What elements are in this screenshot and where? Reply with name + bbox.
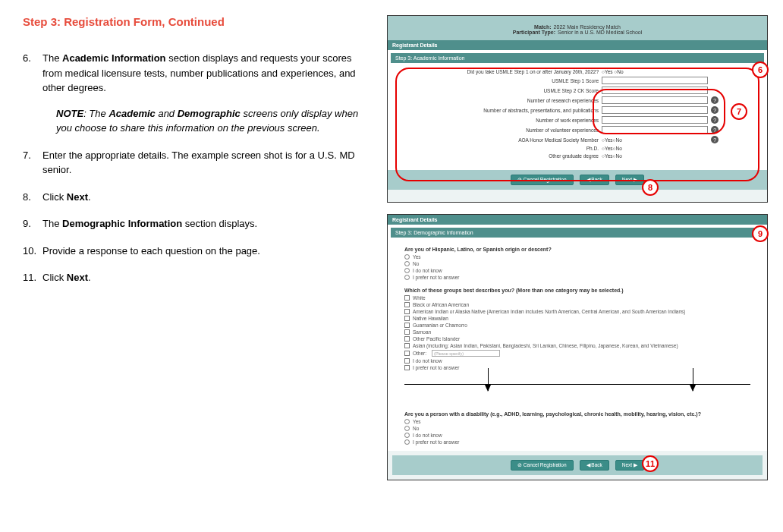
radio-option[interactable]: Yes — [404, 419, 750, 424]
q-disability: Are you a person with a disability (e.g.… — [404, 411, 750, 417]
row-research: Number of research experiences ? — [398, 96, 719, 104]
step-band: Step 3: Academic Information — [391, 53, 764, 63]
step-number: 8. — [23, 190, 42, 205]
help-icon[interactable]: ? — [711, 116, 719, 124]
screenshot-academic: Match:2022 Main Residency Match Particip… — [387, 15, 768, 203]
registrant-details-bar: Registrant Details — [388, 215, 767, 225]
next-button[interactable]: Next ▶ — [615, 460, 644, 471]
academic-form: Did you take USMLE Step 1 on or after Ja… — [391, 63, 764, 167]
check-option[interactable]: Native Hawaiian — [404, 316, 750, 321]
step-body: Click Next. — [42, 190, 368, 205]
continuation-break — [404, 384, 750, 407]
step-band: Step 3: Demographic Information — [391, 228, 764, 238]
check-option[interactable]: Other Pacific Islander — [404, 336, 750, 342]
count-input[interactable] — [602, 96, 708, 104]
q-groups: Which of these groups best describes you… — [404, 288, 750, 293]
help-icon[interactable]: ? — [711, 106, 719, 114]
check-option[interactable]: Samoan — [404, 329, 750, 335]
demographic-form: Are you of Hispanic, Latino, or Spanish … — [391, 238, 764, 451]
radio-option[interactable]: I do not know — [404, 268, 750, 273]
step-number: 9. — [23, 216, 42, 231]
screenshots-column: Match:2022 Main Residency Match Particip… — [387, 15, 768, 480]
check-option[interactable]: Asian (including: Asian Indian, Pakistan… — [404, 343, 750, 348]
q-hispanic: Are you of Hispanic, Latino, or Spanish … — [404, 247, 750, 252]
check-option[interactable]: I do not know — [404, 358, 750, 364]
count-input[interactable] — [602, 106, 708, 114]
radio-option[interactable]: No — [404, 426, 750, 431]
instructions-column: Step 3: Registration Form, Continued 6. … — [23, 15, 368, 480]
row-abstracts: Number of abstracts, presentations, and … — [398, 106, 719, 114]
row-step1-date: Did you take USMLE Step 1 on or after Ja… — [398, 69, 719, 74]
form-whitearea: Step 3: Demographic Information Are you … — [388, 225, 767, 451]
cancel-button[interactable]: ⊘ Cancel Registration — [511, 460, 574, 471]
button-bar: ⊘ Cancel Registration ◀ Back Next ▶ — [388, 170, 767, 190]
step-number: 7. — [23, 148, 42, 178]
radio-option[interactable]: Yes — [404, 254, 750, 260]
step-number: 6. — [23, 51, 42, 136]
step-body: Enter the appropriate details. The examp… — [42, 148, 368, 178]
check-option[interactable]: White — [404, 295, 750, 301]
header-match: Match:2022 Main Residency Match Particip… — [392, 18, 763, 38]
registrant-details-bar: Registrant Details — [388, 40, 767, 50]
step-number: 10. — [23, 244, 42, 259]
yesno-radio[interactable]: ○Yes○No — [602, 137, 708, 143]
back-button[interactable]: ◀ Back — [580, 175, 609, 185]
down-arrow-icon — [693, 368, 693, 391]
step-8: 8. Click Next. — [23, 190, 368, 205]
count-input[interactable] — [602, 126, 708, 134]
yesno-radio[interactable]: ○Yes ○No — [602, 69, 708, 74]
check-option-other[interactable]: Other:(Please specify) — [404, 350, 750, 357]
radio-option[interactable]: I prefer not to answer — [404, 275, 750, 280]
score-input[interactable] — [602, 87, 708, 94]
cancel-button[interactable]: ⊘ Cancel Registration — [511, 175, 574, 185]
radio-option[interactable]: I do not know — [404, 433, 750, 438]
step-body: The Demographic Information section disp… — [42, 216, 368, 231]
down-arrow-icon — [488, 368, 489, 391]
yesno-radio[interactable]: ○Yes○No — [602, 153, 708, 159]
row-phd: Ph.D. ○Yes○No — [398, 146, 719, 151]
row-step2-score: USMLE Step 2 CK Score — [398, 87, 719, 94]
screenshot-demographic: Registrant Details Step 3: Demographic I… — [387, 214, 768, 480]
back-button[interactable]: ◀ Back — [580, 460, 609, 471]
row-aoa: AOA Honor Medical Society Member ○Yes○No… — [398, 136, 719, 143]
help-icon[interactable]: ? — [711, 136, 719, 143]
help-icon[interactable]: ? — [711, 126, 719, 134]
button-bar: ⊘ Cancel Registration ◀ Back Next ▶ — [392, 455, 763, 475]
row-volunteer: Number of volunteer experiences ? — [398, 126, 719, 134]
next-button[interactable]: Next ▶ — [615, 175, 644, 185]
check-option[interactable]: I prefer not to answer — [404, 365, 750, 370]
page: Step 3: Registration Form, Continued 6. … — [23, 15, 760, 480]
step-list: 6. The Academic Information section disp… — [23, 51, 368, 285]
step-body: Provide a response to each question on t… — [42, 244, 368, 259]
step-9: 9. The Demographic Information section d… — [23, 216, 368, 231]
row-step1-score: USMLE Step 1 Score — [398, 77, 719, 84]
step-body: The Academic Information section display… — [42, 51, 368, 136]
help-icon[interactable]: ? — [711, 96, 719, 104]
radio-option[interactable]: I prefer not to answer — [404, 439, 750, 445]
step-body: Click Next. — [42, 270, 368, 285]
form-whitearea: Step 3: Academic Information Did you tak… — [388, 50, 767, 170]
step-heading: Step 3: Registration Form, Continued — [23, 15, 368, 28]
step-note: NOTE: The Academic and Demographic scree… — [56, 106, 368, 136]
yesno-radio[interactable]: ○Yes○No — [602, 146, 708, 151]
step-11: 11. Click Next. — [23, 270, 368, 285]
check-option[interactable]: Black or African American — [404, 302, 750, 307]
other-input[interactable]: (Please specify) — [432, 350, 500, 357]
row-work: Number of work experiences ? — [398, 116, 719, 124]
check-option[interactable]: Guamanian or Chamorro — [404, 323, 750, 328]
step-number: 11. — [23, 270, 42, 285]
step-10: 10. Provide a response to each question … — [23, 244, 368, 259]
step-6: 6. The Academic Information section disp… — [23, 51, 368, 136]
check-option[interactable]: American Indian or Alaska Native (Americ… — [404, 309, 750, 314]
count-input[interactable] — [602, 116, 708, 124]
radio-option[interactable]: No — [404, 261, 750, 266]
header-bar: Match:2022 Main Residency Match Particip… — [388, 16, 767, 40]
score-input[interactable] — [602, 77, 708, 84]
step-7: 7. Enter the appropriate details. The ex… — [23, 148, 368, 178]
row-other-degree: Other graduate degree ○Yes○No — [398, 153, 719, 159]
